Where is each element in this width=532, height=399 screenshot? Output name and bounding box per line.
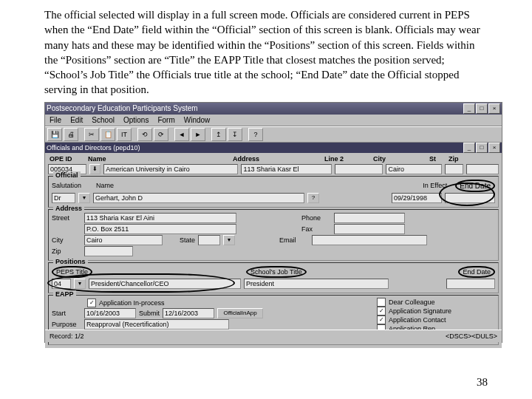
toolbar-icon[interactable]: ⟳	[154, 128, 168, 141]
menu-window[interactable]: Window	[184, 116, 211, 124]
inner-close-button[interactable]: ×	[488, 143, 500, 153]
mode-indicator: <DSCS><DULS>	[446, 332, 497, 340]
toolbar-icon[interactable]: 💾	[47, 128, 62, 141]
app-title: Postsecondary Education Participants Sys…	[47, 104, 198, 112]
address-field: 113 Sharia Kasr El	[241, 164, 332, 174]
addr-zip-field[interactable]	[84, 246, 133, 256]
inner-titlebar: Officials and Directors (pepd10) _ □ ×	[45, 143, 502, 153]
statusbar: Record: 1/2 <DSCS><DULS>	[45, 330, 502, 342]
screenshot-container: Postsecondary Education Participants Sys…	[44, 102, 502, 343]
official-name-label: Name	[96, 182, 126, 189]
salutation-label: Salutation	[52, 182, 93, 189]
pos-enddate-field[interactable]	[446, 279, 495, 289]
submit-field[interactable]: 12/16/2003	[163, 308, 214, 318]
minimize-button[interactable]: _	[463, 103, 475, 114]
address-group-label: Address	[53, 205, 84, 212]
ineffect-label: In Effect	[423, 182, 452, 189]
appsig-checkbox[interactable]: ✓	[377, 307, 386, 316]
maximize-button[interactable]: □	[476, 103, 488, 114]
toolbar-icon[interactable]: 🖨	[64, 128, 78, 141]
toolbar-icon[interactable]: ⟲	[137, 128, 152, 141]
dropdown-icon[interactable]: ▾	[223, 235, 235, 245]
col-zip: Zip	[449, 155, 471, 163]
fax-label: Fax	[301, 225, 331, 233]
inprocess-label: Application In-process	[99, 299, 165, 307]
menu-form[interactable]: Form	[157, 116, 174, 124]
start-field[interactable]: 10/16/2003	[84, 308, 136, 318]
toolbar-icon[interactable]: 📋	[100, 128, 115, 141]
pos-enddate-label-circled: End Date	[458, 266, 495, 278]
toolbar-icon[interactable]: IT	[117, 128, 132, 141]
official-enddate-field[interactable]	[445, 193, 495, 203]
official-group-label: Official	[53, 171, 81, 179]
dropdown-icon[interactable]: ▾	[78, 193, 90, 203]
enddate-label-circled: End Date	[455, 180, 495, 192]
st-field	[445, 164, 464, 174]
email-label: Email	[279, 236, 309, 244]
pepstitle-field[interactable]: President/Chancellor/CEO	[89, 279, 241, 289]
page-number: 38	[477, 376, 488, 389]
position-code-field[interactable]: 04	[52, 279, 71, 289]
help-icon[interactable]: ?	[307, 193, 319, 203]
positions-group-label: Positions	[53, 258, 88, 265]
official-name-field[interactable]: Gerhart, John D	[93, 193, 304, 203]
col-name: Name	[88, 155, 228, 163]
appcontact-label: Application Contact	[389, 316, 446, 324]
ineffect-field[interactable]: 09/29/1998	[392, 193, 442, 203]
city-label: City	[52, 236, 81, 244]
inner-max-button[interactable]: □	[476, 143, 488, 153]
fax-field[interactable]	[334, 224, 405, 234]
state-field[interactable]	[198, 235, 220, 245]
appsig-label: Application Signature	[389, 307, 451, 315]
phone-label: Phone	[301, 214, 331, 222]
city-field: Cairo	[386, 164, 441, 174]
menu-edit[interactable]: Edit	[70, 116, 83, 124]
inprocess-checkbox[interactable]: ✓	[87, 299, 96, 307]
col-opeid: OPE ID	[50, 155, 83, 163]
eapp-group-label: EAPP	[53, 290, 76, 298]
phone-field[interactable]	[334, 213, 405, 223]
inner-window-title: Officials and Directors (pepd10)	[47, 144, 140, 151]
inner-min-button[interactable]: _	[463, 143, 475, 153]
dearcolleague-checkbox[interactable]	[377, 298, 386, 307]
positions-group: Positions PEPS Title School's Job Title …	[48, 262, 499, 293]
lookup-icon[interactable]: ⬇	[89, 164, 101, 174]
email-field[interactable]	[312, 235, 427, 245]
street2-field[interactable]: P.O. Box 2511	[84, 224, 236, 234]
toolbar: 💾 🖨 ✂ 📋 IT ⟲ ⟳ ◄ ► ↥ ↧ ?	[45, 126, 502, 143]
toolbar-icon[interactable]: ✂	[84, 128, 99, 141]
instruction-text: The official selected will display in a …	[44, 7, 488, 98]
col-address: Address	[233, 155, 320, 163]
school-name-field: American University in Cairo	[103, 164, 238, 174]
zip-label: Zip	[52, 248, 81, 255]
zip-field	[466, 164, 499, 174]
record-indicator: Record: 1/2	[50, 332, 84, 340]
start-label: Start	[52, 310, 81, 317]
schooljob-field[interactable]: President	[244, 279, 389, 289]
official-group: Official Salutation Name In Effect End D…	[48, 176, 499, 208]
officialinapp-button[interactable]: OfficialInApp	[217, 308, 263, 318]
appcontact-checkbox[interactable]: ✓	[377, 316, 386, 324]
street1-field[interactable]: 113 Sharia Kasr El Aini	[84, 213, 236, 223]
menu-school[interactable]: School	[92, 116, 115, 124]
toolbar-icon[interactable]: ◄	[174, 128, 189, 141]
dearcolleague-label: Dear Colleague	[389, 299, 435, 306]
street-label: Street	[52, 214, 81, 222]
toolbar-icon[interactable]: ?	[248, 128, 263, 141]
schooljob-label-circled: School's Job Title	[246, 266, 307, 278]
purpose-field[interactable]: Reapproval (Recertification)	[84, 319, 229, 330]
menu-options[interactable]: Options	[123, 116, 149, 124]
dropdown-icon[interactable]: ▾	[74, 279, 86, 289]
menubar: File Edit School Options Form Window	[45, 115, 502, 126]
menu-file[interactable]: File	[50, 116, 61, 124]
toolbar-icon[interactable]: ►	[191, 128, 205, 141]
form-area: OPE ID Name Address Line 2 City St Zip 0…	[45, 153, 502, 348]
close-button[interactable]: ×	[488, 103, 500, 114]
address-group: Address Street 113 Sharia Kasr El Aini P…	[48, 209, 499, 261]
addr-city-field[interactable]: Cairo	[84, 235, 163, 245]
salutation-field[interactable]: Dr	[52, 193, 75, 203]
toolbar-icon[interactable]: ↥	[211, 128, 226, 141]
toolbar-icon[interactable]: ↧	[228, 128, 242, 141]
line2-field	[335, 164, 383, 174]
submit-label: Submit	[139, 310, 160, 317]
